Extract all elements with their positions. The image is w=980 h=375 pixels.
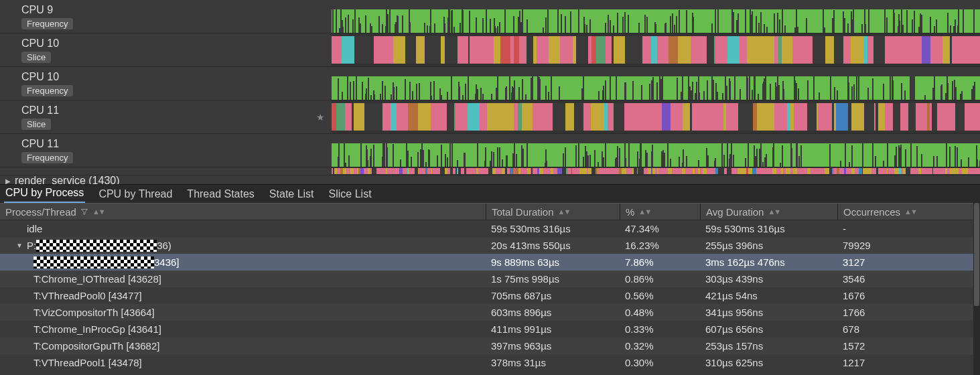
- filter-icon[interactable]: [80, 206, 88, 218]
- slice-bar[interactable]: [747, 36, 754, 64]
- slice-bar[interactable]: [804, 36, 813, 64]
- slice-bar[interactable]: [969, 36, 980, 64]
- slice-bar[interactable]: [977, 103, 980, 131]
- slice-bar[interactable]: [839, 168, 844, 174]
- chevron-right-icon[interactable]: ▶: [5, 177, 11, 185]
- track-body-slice[interactable]: [332, 100, 980, 133]
- table-row[interactable]: 3436]9s 889ms 63µs7.86%3ms 162µs 476ns31…: [0, 254, 973, 271]
- slice-bar[interactable]: [851, 36, 864, 64]
- slice-bar[interactable]: [545, 103, 553, 131]
- sort-icon[interactable]: ▲▼: [92, 208, 104, 216]
- slice-bar[interactable]: [851, 103, 864, 131]
- slice-bar[interactable]: [893, 103, 900, 131]
- star-icon[interactable]: ★: [316, 112, 325, 123]
- slice-bar[interactable]: [354, 103, 364, 131]
- slice-bar[interactable]: [754, 36, 766, 64]
- slice-bar[interactable]: [738, 103, 750, 131]
- slice-bar[interactable]: [774, 103, 787, 131]
- track-body-freq[interactable]: [332, 134, 980, 167]
- slice-bar[interactable]: [906, 168, 910, 174]
- slice-bar[interactable]: [583, 103, 591, 131]
- slice-bar[interactable]: [821, 103, 826, 131]
- slice-bar[interactable]: [696, 103, 709, 131]
- table-row[interactable]: T:VThreadPool0 [43477]705ms 687µs0.56%42…: [0, 287, 973, 304]
- slice-bar[interactable]: [537, 36, 549, 64]
- slice-bar[interactable]: [494, 103, 506, 131]
- slice-bar[interactable]: [930, 36, 942, 64]
- slice-bar[interactable]: [678, 36, 689, 64]
- slice-bar[interactable]: [391, 103, 397, 131]
- slice-bar[interactable]: [671, 103, 683, 131]
- sort-icon[interactable]: ▲▼: [768, 208, 780, 216]
- track-badge[interactable]: Frequency: [21, 18, 73, 29]
- table-row[interactable]: T:Chrome_InProcGp [43641]411ms 991µs0.33…: [0, 321, 973, 338]
- track-row-cpu10-slice[interactable]: CPU 10 Slice: [0, 33, 980, 67]
- slice-bar[interactable]: [726, 103, 736, 131]
- scrollbar-thumb[interactable]: [974, 203, 979, 306]
- track-badge[interactable]: Slice: [21, 52, 51, 63]
- slice-bar[interactable]: [425, 36, 429, 64]
- slice-bar[interactable]: [378, 36, 391, 64]
- slice-bar[interactable]: [977, 168, 980, 174]
- slice-bar[interactable]: [937, 103, 947, 131]
- slice-bar[interactable]: [437, 103, 447, 131]
- track-row-cpu11-slice[interactable]: CPU 11 Slice ★: [0, 100, 980, 134]
- column-header-process-thread[interactable]: Process/Thread ▲▼: [0, 204, 486, 220]
- slice-bar[interactable]: [624, 103, 632, 131]
- slice-bar[interactable]: [487, 103, 494, 131]
- sort-icon[interactable]: ▲▼: [904, 208, 916, 216]
- column-header-avg-duration[interactable]: Avg Duration ▲▼: [700, 204, 837, 220]
- slice-bar[interactable]: [429, 36, 441, 64]
- slice-bar[interactable]: [397, 103, 408, 131]
- slice-bar[interactable]: [707, 36, 714, 64]
- table-row[interactable]: idle59s 530ms 316µs47.34%59s 530ms 316µs…: [0, 220, 973, 237]
- slice-bar[interactable]: [878, 103, 885, 131]
- slice-bar[interactable]: [843, 36, 851, 64]
- slice-bar[interactable]: [942, 36, 950, 64]
- track-row-render-service[interactable]: ▶ render_service (1430): [0, 173, 120, 184]
- slice-bar[interactable]: [955, 103, 965, 131]
- slice-bar[interactable]: [369, 103, 382, 131]
- slice-bar[interactable]: [403, 168, 407, 174]
- slice-bar[interactable]: [575, 168, 580, 174]
- slice-bar[interactable]: [458, 36, 468, 64]
- slice-bar[interactable]: [894, 168, 899, 174]
- vertical-scrollbar[interactable]: [973, 203, 980, 375]
- track-header[interactable]: CPU 10 Frequency: [0, 67, 332, 100]
- slice-bar[interactable]: [642, 36, 651, 64]
- slice-bar[interactable]: [718, 168, 723, 174]
- slice-bar[interactable]: [928, 168, 932, 174]
- slice-bar[interactable]: [608, 103, 614, 131]
- slice-bar[interactable]: [606, 168, 611, 174]
- slice-bar[interactable]: [565, 103, 573, 131]
- slice-bar[interactable]: [957, 36, 969, 64]
- slice-bar[interactable]: [574, 103, 583, 131]
- slice-bar[interactable]: [405, 36, 416, 64]
- slice-bar[interactable]: [614, 36, 624, 64]
- slice-bar[interactable]: [500, 36, 510, 64]
- table-row[interactable]: T:VThreadPool1 [43478]378ms 31µs0.30%310…: [0, 354, 973, 371]
- slice-bar[interactable]: [416, 36, 425, 64]
- slice-bar[interactable]: [723, 36, 728, 64]
- slice-bar[interactable]: [646, 103, 658, 131]
- slice-bar[interactable]: [715, 36, 723, 64]
- tab-thread-states[interactable]: Thread States: [186, 187, 256, 203]
- sort-icon[interactable]: ▲▼: [638, 208, 650, 216]
- table-row[interactable]: ▼P:36)20s 413ms 550µs16.23%255µs 396ns79…: [0, 237, 973, 254]
- slice-bar[interactable]: [885, 36, 893, 64]
- slice-bar[interactable]: [709, 103, 721, 131]
- slice-bar[interactable]: [893, 36, 902, 64]
- slice-bar[interactable]: [807, 103, 817, 131]
- slice-bar[interactable]: [740, 36, 747, 64]
- slice-bar[interactable]: [447, 103, 454, 131]
- slice-bar[interactable]: [632, 103, 641, 131]
- slice-bar[interactable]: [963, 168, 968, 174]
- slice-bar[interactable]: [506, 103, 514, 131]
- column-header-occurrences[interactable]: Occurrences ▲▼: [837, 204, 973, 220]
- track-row-short-slice[interactable]: [0, 167, 980, 175]
- track-badge[interactable]: Slice: [21, 119, 51, 130]
- track-row-cpu9-freq[interactable]: CPU 9 Frequency: [0, 0, 980, 33]
- slice-bar[interactable]: [596, 36, 606, 64]
- slice-bar[interactable]: [867, 168, 871, 174]
- slice-bar[interactable]: [873, 36, 884, 64]
